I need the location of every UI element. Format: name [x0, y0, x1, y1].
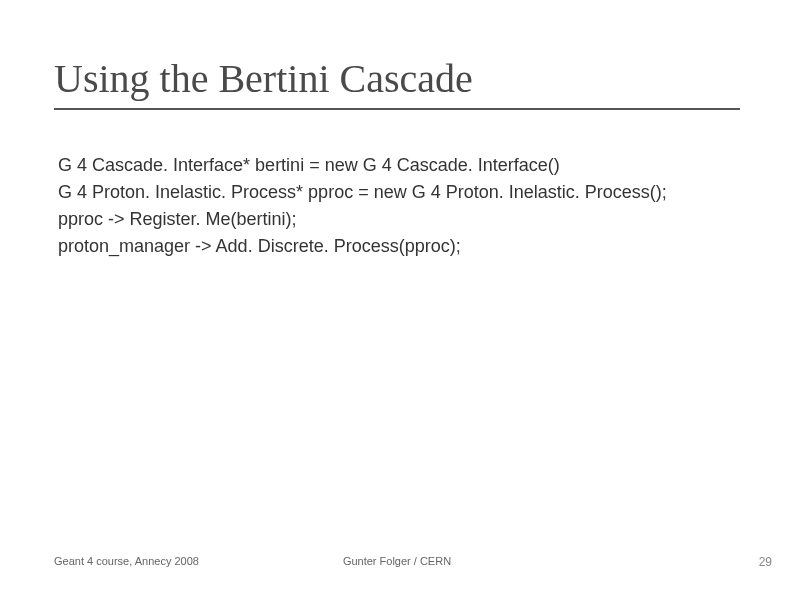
slide: Using the Bertini Cascade G 4 Cascade. I…: [0, 0, 794, 595]
slide-title: Using the Bertini Cascade: [54, 58, 740, 100]
footer: Geant 4 course, Annecy 2008 Gunter Folge…: [0, 555, 794, 573]
code-line-1: G 4 Cascade. Interface* bertini = new G …: [58, 152, 736, 179]
body-area: G 4 Cascade. Interface* bertini = new G …: [58, 152, 736, 260]
code-line-4: proton_manager -> Add. Discrete. Process…: [58, 233, 736, 260]
title-underline: [54, 108, 740, 110]
code-line-3: pproc -> Register. Me(bertini);: [58, 206, 736, 233]
code-line-2: G 4 Proton. Inelastic. Process* pproc = …: [58, 179, 736, 206]
footer-center: Gunter Folger / CERN: [0, 555, 794, 567]
page-number: 29: [759, 555, 772, 569]
title-area: Using the Bertini Cascade: [54, 58, 740, 110]
